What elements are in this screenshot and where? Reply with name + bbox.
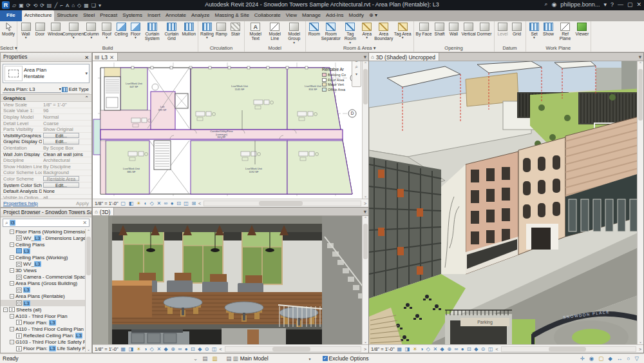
view-control-icon[interactable]: ∞ xyxy=(454,346,458,352)
browser-tree-item[interactable]: –Ceiling Plans (Working) xyxy=(1,254,91,260)
ribbon-tab-massing-site[interactable]: Massing & Site xyxy=(212,10,251,21)
scroll-left-icon[interactable]: < xyxy=(198,201,201,206)
edit-type-button[interactable]: Edit Type xyxy=(61,86,90,92)
ribbon-button-level[interactable]: Level xyxy=(496,22,510,37)
browser-tree-item[interactable]: –Area Plans (Rentable) xyxy=(1,293,91,300)
view-control-icon[interactable]: ◆ xyxy=(198,346,202,352)
property-row-view-scale[interactable]: View Scale1/8" = 1'-0" xyxy=(1,102,91,108)
view-control-icon[interactable]: ◨ xyxy=(129,346,134,352)
ribbon-tab-structure[interactable]: Structure xyxy=(54,10,80,21)
property-row-wall-join-display[interactable]: Wall Join DisplayClean all wall joins xyxy=(1,152,91,158)
view-control-icon[interactable]: ⊕ xyxy=(447,346,451,352)
type-selector-dropdown-icon[interactable]: ▾ xyxy=(85,71,89,76)
view-control-icon[interactable]: ∞ xyxy=(164,201,168,206)
property-row-scale-value-1-[interactable]: Scale Value 1:96 xyxy=(1,108,91,115)
view-control-icon[interactable]: ∞ xyxy=(178,346,182,352)
browser-tree-item[interactable]: –Ceiling Plans xyxy=(1,241,91,248)
interior-vscrollbar[interactable]: ⌃⌄ xyxy=(362,216,368,344)
browser-tree-item[interactable]: –G103 - Third Floor Life Safety Plan xyxy=(1,339,91,346)
view-control-icon[interactable]: ◫ xyxy=(184,201,189,206)
plan-scale[interactable]: 1/8" = 1'-0" xyxy=(95,201,118,206)
browser-tree-item[interactable]: L3 xyxy=(1,248,91,254)
ribbon-button-viewer[interactable]: Viewer xyxy=(575,22,590,37)
view-control-icon[interactable]: ▢ xyxy=(121,201,126,206)
view-control-icon[interactable]: ◫ xyxy=(212,346,217,352)
property-row-system-color-sche-[interactable]: System Color Sche...Edit... xyxy=(1,182,91,189)
view-control-icon[interactable]: ◑ xyxy=(420,346,423,352)
thin-lines-icon[interactable]: ▦ xyxy=(84,3,89,8)
view-control-icon[interactable]: ◨ xyxy=(405,346,410,352)
redo-icon[interactable]: ⟳ xyxy=(40,3,44,8)
ribbon-button-shaft[interactable]: Shaft xyxy=(433,22,447,37)
user-avatar-icon[interactable]: ◉ xyxy=(551,1,556,8)
ribbon-button-dormer[interactable]: Dormer xyxy=(477,22,493,37)
browser-tree-item[interactable]: –Floor Plans (Working Dimensions) xyxy=(1,228,91,235)
browser-tree-item[interactable]: –Sheets (all) xyxy=(1,306,91,313)
close-button[interactable]: ✕ xyxy=(636,1,641,8)
ribbon-tab-steel[interactable]: Steel xyxy=(80,10,97,21)
interior-scale[interactable]: 1/8" = 1'-0" xyxy=(95,346,118,352)
ribbon-button-column[interactable]: Column▾ xyxy=(83,22,99,39)
view-control-icon[interactable]: ○ xyxy=(627,355,630,362)
section-icon[interactable]: ◇ xyxy=(77,3,81,8)
view-control-icon[interactable]: ✕ xyxy=(433,346,437,352)
exterior-3d-view[interactable]: ParkingSNOWDON PLACE xyxy=(369,61,643,346)
ribbon-button-area[interactable]: Area▾ xyxy=(360,22,374,39)
view-control-icon[interactable]: ◫ xyxy=(488,346,493,352)
ribbon-tab-manage[interactable]: Manage xyxy=(299,10,323,21)
property-row-detail-level[interactable]: Detail LevelCoarse xyxy=(1,121,91,127)
signed-in-user[interactable]: philippe.bonn... xyxy=(560,1,600,8)
ribbon-button-tag-room[interactable]: Tag Room▾ xyxy=(341,22,360,44)
customize-qat-icon[interactable]: ▾ xyxy=(99,3,101,8)
ribbon-button-model-text[interactable]: AModel Text xyxy=(246,22,265,42)
active-workset[interactable]: ▤ ▥Main Model▾ xyxy=(226,355,310,362)
maximize-button[interactable]: ▢ xyxy=(627,1,633,8)
view-control-icon[interactable]: ▢ xyxy=(598,355,603,362)
tab-list-icon[interactable]: ▾ xyxy=(362,208,368,215)
view-control-icon[interactable]: ◉ xyxy=(589,355,594,362)
exterior-scale[interactable]: 1/8" = 1'-0" xyxy=(371,346,395,352)
view-control-icon[interactable]: ◑ xyxy=(144,346,147,352)
browser-scrollbar[interactable]: ⌃⌄ xyxy=(85,229,91,352)
measure-icon[interactable]: ╱ xyxy=(54,3,57,8)
type-selector[interactable]: Area PlanRentable ▾ xyxy=(3,64,90,83)
scroll-right-icon[interactable]: > xyxy=(364,201,366,206)
apply-button[interactable]: Apply xyxy=(76,201,89,206)
ribbon-button-roof[interactable]: Roof▾ xyxy=(100,22,114,39)
view-control-icon[interactable]: ☀ xyxy=(413,346,417,352)
ribbon-button-room[interactable]: Room xyxy=(307,22,321,37)
ribbon-tab-systems[interactable]: Systems xyxy=(120,10,145,21)
aligned-dimension-icon[interactable]: ⌐ xyxy=(60,3,63,8)
view-control-icon[interactable]: ◆ xyxy=(474,346,478,352)
properties-close-icon[interactable]: ✕ xyxy=(84,54,89,61)
default-3d-view-icon[interactable]: ⌂ xyxy=(71,3,75,8)
view-control-icon[interactable]: ↔ xyxy=(617,355,623,362)
undo-icon[interactable]: ⟲ xyxy=(33,3,37,8)
ribbon-button-curtain-system[interactable]: Curtain System xyxy=(142,22,162,42)
clear-search-icon[interactable]: ✕ xyxy=(82,220,87,226)
ribbon-button-component[interactable]: Component▾ xyxy=(64,22,83,39)
browser-tree-item[interactable]: Floor Plan: L3 Life Safety Plan xyxy=(1,346,91,352)
view-control-icon[interactable]: ◆ xyxy=(164,346,168,352)
property-row-default-analysis-di-[interactable]: Default Analysis Di...None xyxy=(1,188,91,195)
property-row-show-hidden-lines[interactable]: Show Hidden LinesBy Discipline xyxy=(1,164,91,170)
ribbon-button-modify[interactable]: Modify xyxy=(1,22,15,37)
properties-help-link[interactable]: Properties help xyxy=(3,201,38,206)
ribbon-tab-modify[interactable]: Modify xyxy=(346,10,366,21)
view-control-icon[interactable]: ▤ xyxy=(202,355,207,362)
ribbon-button-wall[interactable]: Wall▾ xyxy=(19,22,33,39)
view-control-icon[interactable]: ⊙ xyxy=(205,346,209,352)
view-control-icon[interactable]: ◐ xyxy=(144,201,147,206)
browser-tree-item[interactable]: L3 xyxy=(1,287,91,293)
ribbon-button-floor[interactable]: Floor▾ xyxy=(128,22,142,39)
browser-tree-item[interactable]: Floor Plan: L3 xyxy=(1,319,91,326)
interior-hscrollbar[interactable] xyxy=(225,346,361,352)
view-control-icon[interactable]: ⌄ xyxy=(193,355,198,362)
ribbon-tab-precast[interactable]: Precast xyxy=(97,10,120,21)
view-control-icon[interactable]: ● xyxy=(461,346,464,352)
view-control-icon[interactable]: ▦ xyxy=(121,346,126,352)
ribbon-button-vertical[interactable]: Vertical xyxy=(461,22,477,37)
ribbon-button-door[interactable]: Door xyxy=(33,22,47,37)
ribbon-button-ceiling[interactable]: Ceiling xyxy=(114,22,129,37)
browser-tree-item[interactable]: Camera - Commercial Space L3 xyxy=(1,274,91,280)
